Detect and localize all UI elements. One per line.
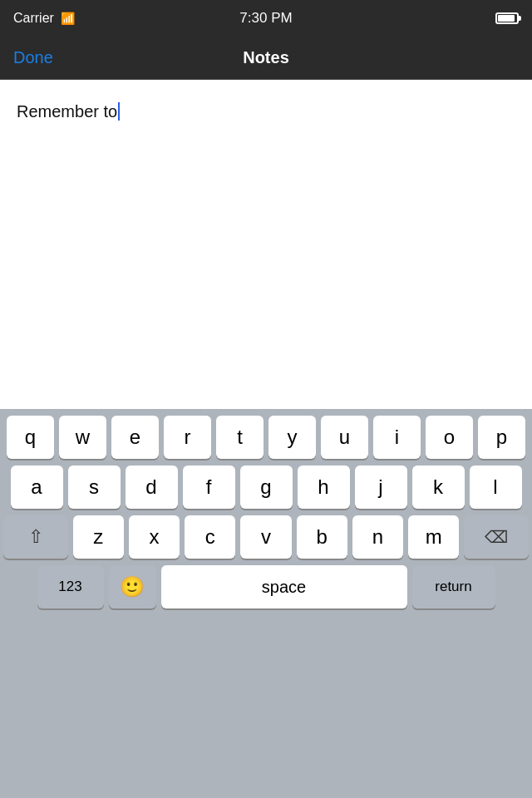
status-right: [495, 12, 519, 24]
done-button[interactable]: Done: [13, 48, 53, 67]
key-u[interactable]: u: [321, 416, 368, 459]
key-c[interactable]: c: [185, 515, 235, 559]
status-time: 7:30 PM: [239, 10, 292, 27]
key-g[interactable]: g: [240, 466, 293, 509]
key-d[interactable]: d: [126, 466, 178, 509]
key-y[interactable]: y: [268, 416, 316, 459]
emoji-key[interactable]: 🙂: [109, 565, 156, 608]
key-t[interactable]: t: [216, 416, 264, 459]
key-b[interactable]: b: [297, 515, 347, 559]
key-o[interactable]: o: [426, 416, 473, 459]
key-r[interactable]: r: [164, 416, 211, 459]
key-i[interactable]: i: [373, 416, 421, 459]
battery-fill: [498, 15, 515, 22]
keyboard-row-1: qwertyuiop: [0, 416, 532, 459]
numbers-key[interactable]: 123: [37, 565, 104, 608]
key-a[interactable]: a: [11, 466, 63, 509]
nav-bar: Done Notes: [0, 37, 532, 80]
key-q[interactable]: q: [7, 416, 54, 459]
note-area[interactable]: Remember to: [0, 80, 532, 409]
key-e[interactable]: e: [111, 416, 159, 459]
nav-title: Notes: [243, 48, 289, 67]
keyboard-row-2: asdfghjkl: [0, 466, 532, 509]
keyboard-row-4: 123 🙂 space return: [0, 565, 532, 608]
space-key[interactable]: space: [161, 565, 407, 608]
key-m[interactable]: m: [408, 515, 459, 559]
carrier-label: Carrier: [13, 11, 54, 26]
key-v[interactable]: v: [240, 515, 291, 559]
key-w[interactable]: w: [59, 416, 106, 459]
key-n[interactable]: n: [352, 515, 403, 559]
keyboard-row-3: ⇧zxcvbnm⌫: [0, 515, 532, 559]
key-f[interactable]: f: [183, 466, 235, 509]
status-bar: Carrier 📶 7:30 PM: [0, 0, 532, 37]
status-left: Carrier 📶: [13, 11, 75, 26]
shift-key[interactable]: ⇧: [3, 515, 68, 559]
key-s[interactable]: s: [68, 466, 121, 509]
key-h[interactable]: h: [298, 466, 350, 509]
key-l[interactable]: l: [470, 466, 522, 509]
key-x[interactable]: x: [129, 515, 180, 559]
note-text: Remember to: [17, 102, 117, 121]
key-p[interactable]: p: [478, 416, 525, 459]
battery-icon: [495, 12, 519, 24]
backspace-key[interactable]: ⌫: [464, 515, 529, 559]
wifi-icon: 📶: [61, 12, 75, 25]
keyboard: qwertyuiop asdfghjkl ⇧zxcvbnm⌫ 123 🙂 spa…: [0, 409, 532, 798]
key-z[interactable]: z: [73, 515, 124, 559]
key-k[interactable]: k: [412, 466, 465, 509]
key-j[interactable]: j: [355, 466, 407, 509]
text-cursor: [118, 102, 120, 121]
return-key[interactable]: return: [412, 565, 495, 608]
